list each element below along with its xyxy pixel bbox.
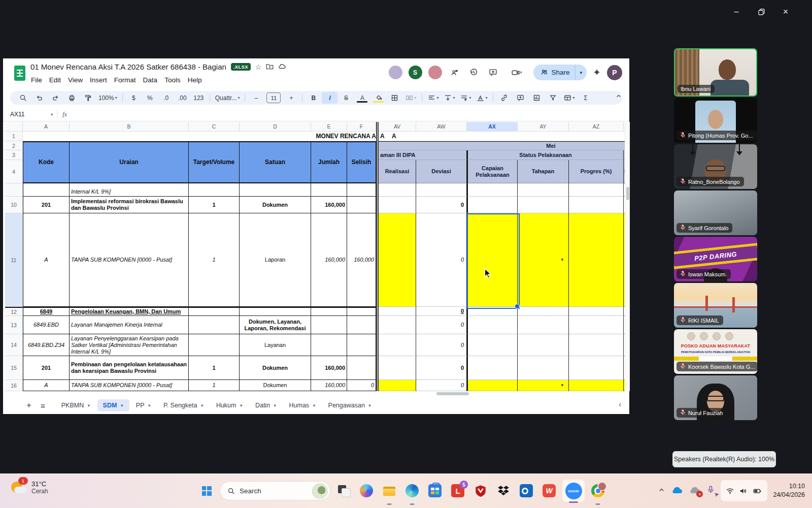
add-sheet-button[interactable]: + bbox=[26, 400, 31, 410]
cell-az[interactable] bbox=[569, 380, 624, 391]
cell-satuan[interactable]: Dokumen bbox=[240, 356, 311, 380]
minimize-button[interactable]: – bbox=[728, 5, 745, 18]
column-header-F[interactable]: F bbox=[347, 122, 376, 132]
participant-tile[interactable]: POSKO ADUAN MASYARAKATPEMUTAKHIRAN DATA … bbox=[674, 329, 757, 374]
undo-icon[interactable] bbox=[31, 92, 47, 104]
column-header-C[interactable]: C bbox=[189, 122, 240, 132]
edge-button[interactable] bbox=[402, 481, 422, 500]
cell-target[interactable]: 1 bbox=[189, 213, 240, 307]
sheet-tab-sdm[interactable]: SDM▼ bbox=[97, 399, 129, 411]
tab-scroll-icon[interactable]: ‹ bbox=[619, 400, 621, 408]
zoom-select[interactable]: 100%▾ bbox=[96, 92, 119, 104]
cell-jumlah[interactable]: 160,000 bbox=[311, 213, 347, 307]
gemini-icon[interactable]: ✦ bbox=[593, 67, 601, 78]
cell-satuan[interactable] bbox=[240, 183, 311, 197]
cell-selisih[interactable] bbox=[347, 197, 376, 213]
cell-ay[interactable] bbox=[518, 334, 569, 356]
cell-aw[interactable]: 0 bbox=[416, 380, 467, 391]
cell-aw[interactable]: 0 bbox=[416, 213, 467, 307]
cell-aw[interactable]: 0 bbox=[416, 197, 467, 213]
print-icon[interactable] bbox=[64, 92, 80, 104]
font-select[interactable]: Quattr...▾ bbox=[213, 92, 242, 104]
font-size-input[interactable]: 11 bbox=[264, 92, 283, 104]
system-tray-pill[interactable] bbox=[721, 480, 767, 501]
percent-format-button[interactable]: % bbox=[142, 92, 158, 104]
row-header-4[interactable]: 4 bbox=[5, 160, 23, 183]
file-explorer-button[interactable] bbox=[380, 481, 399, 500]
decrease-font-button[interactable]: – bbox=[248, 92, 264, 104]
cell-selisih[interactable] bbox=[347, 334, 376, 356]
increase-font-button[interactable]: + bbox=[283, 92, 299, 104]
table-header-jumlah[interactable]: Jumlah bbox=[311, 141, 347, 183]
sheet-tab-humas[interactable]: Humas▼ bbox=[284, 399, 322, 411]
cell-az[interactable] bbox=[569, 197, 624, 213]
column-header-AV[interactable]: AV bbox=[379, 122, 416, 132]
cell-uraian[interactable]: Pengelolaan Keuangan, BMN, Dan Umum bbox=[70, 307, 189, 316]
cell-uraian[interactable]: Layanan Manajemen Kinerja Internal bbox=[70, 316, 189, 334]
cell-aw[interactable] bbox=[416, 183, 467, 197]
cell-ax[interactable] bbox=[467, 380, 518, 391]
cell-satuan[interactable]: Dokumen bbox=[240, 197, 311, 213]
cell-uraian[interactable]: Internal K/L 9%] bbox=[70, 183, 189, 197]
row-header-12[interactable]: 12 bbox=[5, 307, 23, 316]
cell-av[interactable] bbox=[379, 334, 416, 356]
horizontal-align-icon[interactable]: ▾ bbox=[425, 92, 441, 104]
table-header-selisih[interactable]: Selisih bbox=[347, 141, 376, 183]
cell-target[interactable] bbox=[189, 183, 240, 197]
cell-target[interactable]: 1 bbox=[189, 197, 240, 213]
horizontal-scrollbar[interactable] bbox=[379, 392, 629, 396]
cell-target[interactable] bbox=[189, 316, 240, 334]
sheet-tab-hukum[interactable]: Hukum▼ bbox=[211, 399, 249, 411]
cell-selisih[interactable] bbox=[347, 183, 376, 197]
cell-target[interactable]: 1 bbox=[189, 380, 240, 391]
menu-file[interactable]: File bbox=[27, 75, 46, 85]
table-views-icon[interactable]: ▾ bbox=[561, 92, 577, 104]
cell-kode[interactable]: 6849.EBD bbox=[23, 316, 70, 334]
tray-expand-icon[interactable] bbox=[658, 486, 665, 496]
participant-tile[interactable]: Nurul Fauziah bbox=[674, 375, 757, 420]
cell-av[interactable] bbox=[379, 307, 416, 316]
cell-ay[interactable] bbox=[518, 183, 569, 197]
cell-ax[interactable] bbox=[467, 307, 518, 316]
insert-link-icon[interactable] bbox=[496, 92, 512, 104]
row-header-1[interactable]: 1 bbox=[5, 132, 23, 141]
row-header-11[interactable]: 11 bbox=[5, 213, 23, 307]
meet-video-icon[interactable]: ▾ bbox=[506, 66, 527, 79]
cell-satuan[interactable]: Layanan bbox=[240, 334, 311, 356]
cell-target[interactable] bbox=[189, 334, 240, 356]
functions-button[interactable]: Σ bbox=[578, 92, 593, 104]
table-header-target-volume[interactable]: Target/Volume bbox=[189, 141, 240, 183]
table-header-progres-[interactable]: Progres (%) bbox=[569, 160, 624, 183]
cell-aw[interactable]: 0 bbox=[416, 307, 467, 316]
sheet-tab-pkbmn[interactable]: PKBMN▼ bbox=[56, 399, 96, 411]
increase-decimals-button[interactable]: .00 bbox=[175, 92, 190, 104]
decrease-decimals-button[interactable]: .0 bbox=[158, 92, 174, 104]
cell-av[interactable] bbox=[379, 213, 416, 307]
task-view-button[interactable] bbox=[334, 481, 353, 500]
column-header-AX[interactable]: AX bbox=[467, 122, 518, 132]
cell-kode[interactable]: 6849.EBD.Z34 bbox=[23, 334, 70, 356]
sheet-tab-p-sengketa[interactable]: P. Sengketa▼ bbox=[158, 399, 210, 411]
cell-satuan[interactable]: Laporan bbox=[240, 213, 311, 307]
cell-kode[interactable]: A bbox=[23, 380, 70, 391]
onedrive-icon[interactable] bbox=[671, 485, 683, 496]
cell-jumlah[interactable]: 160,000 bbox=[311, 380, 347, 391]
cell-satuan[interactable]: Dokumen, Layanan, Laporan, Rekomendasi bbox=[240, 316, 311, 334]
search-icon[interactable] bbox=[15, 92, 31, 104]
row-header-13[interactable]: 13 bbox=[5, 316, 23, 334]
cell-selisih[interactable] bbox=[347, 316, 376, 334]
cell-av[interactable] bbox=[379, 316, 416, 334]
restore-button[interactable] bbox=[753, 5, 770, 18]
cell-aw[interactable]: 0 bbox=[416, 316, 467, 334]
cell-jumlah[interactable] bbox=[311, 334, 347, 356]
column-header-E[interactable]: E bbox=[311, 122, 347, 132]
cell-az[interactable] bbox=[569, 316, 624, 334]
table-header-satuan[interactable]: Satuan bbox=[240, 141, 311, 183]
weather-widget[interactable]: 1 31°C Cerah bbox=[10, 479, 48, 496]
italic-button[interactable]: I bbox=[322, 92, 337, 104]
cell-target[interactable] bbox=[189, 307, 240, 316]
chrome-button[interactable] bbox=[588, 481, 607, 500]
hscroll-thumb[interactable] bbox=[436, 392, 469, 395]
start-button[interactable] bbox=[197, 481, 216, 500]
cell-az[interactable] bbox=[569, 334, 624, 356]
